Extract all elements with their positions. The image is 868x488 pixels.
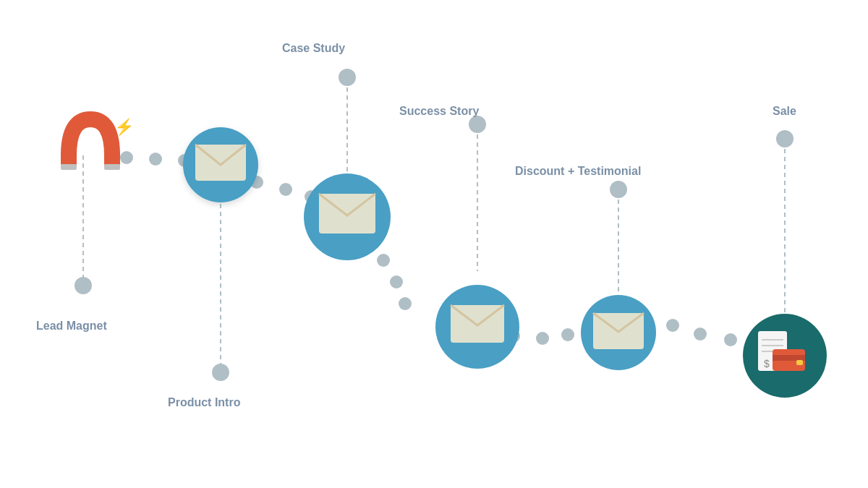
svg-text:$: $ bbox=[764, 358, 770, 369]
lead-magnet-label: Lead Magnet bbox=[36, 320, 107, 333]
sale-label: Sale bbox=[773, 105, 796, 118]
svg-point-20 bbox=[666, 319, 679, 332]
svg-point-7 bbox=[149, 153, 162, 166]
funnel-canvas: ⚡ bbox=[0, 0, 868, 488]
svg-rect-51 bbox=[796, 360, 803, 365]
svg-point-29 bbox=[776, 130, 793, 147]
svg-point-27 bbox=[469, 116, 486, 133]
svg-point-13 bbox=[377, 254, 390, 267]
svg-point-21 bbox=[694, 328, 707, 341]
product-intro-label: Product Intro bbox=[168, 396, 240, 409]
discount-testimonial-label: Discount + Testimonial bbox=[515, 165, 641, 178]
svg-text:⚡: ⚡ bbox=[114, 117, 135, 137]
flow-diagram: ⚡ bbox=[0, 0, 868, 488]
svg-point-10 bbox=[279, 183, 292, 196]
svg-point-28 bbox=[610, 181, 627, 198]
svg-point-17 bbox=[536, 332, 549, 345]
svg-rect-33 bbox=[104, 164, 120, 170]
svg-point-26 bbox=[339, 69, 356, 86]
svg-point-24 bbox=[75, 277, 92, 294]
svg-point-25 bbox=[212, 364, 229, 381]
svg-point-14 bbox=[390, 275, 403, 288]
case-study-label: Case Study bbox=[282, 42, 345, 55]
svg-point-22 bbox=[724, 333, 737, 346]
svg-rect-50 bbox=[773, 355, 805, 361]
svg-point-18 bbox=[561, 328, 574, 341]
svg-point-6 bbox=[120, 151, 133, 164]
success-story-label: Success Story bbox=[399, 105, 479, 118]
svg-point-15 bbox=[399, 297, 412, 310]
svg-rect-31 bbox=[61, 164, 77, 170]
